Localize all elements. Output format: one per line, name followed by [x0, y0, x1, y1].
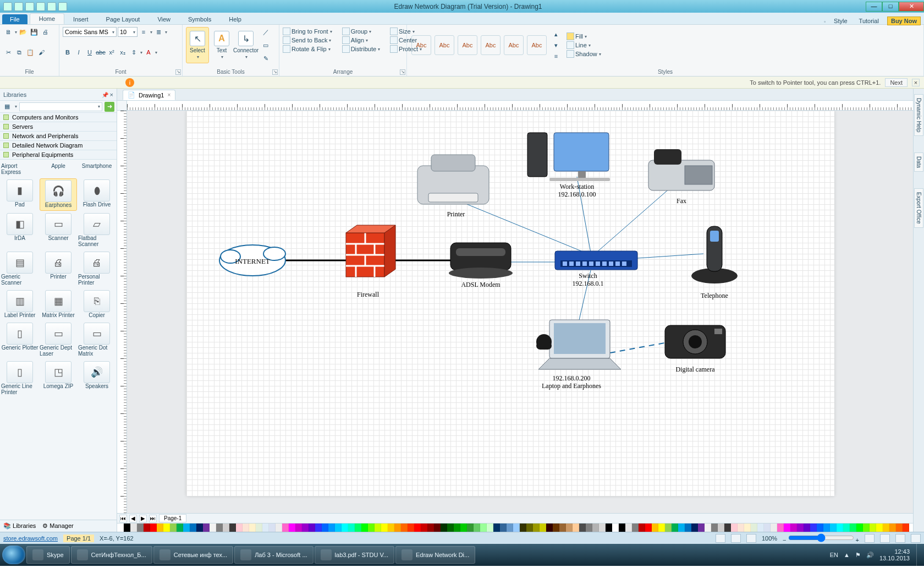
pin-icon[interactable]: 📌 [102, 92, 108, 98]
taskbar-app[interactable]: Лаб 3 - Microsoft ... [234, 546, 313, 564]
page-tab[interactable]: Page-1 [159, 514, 186, 522]
print-icon[interactable]: 🖨 [40, 27, 50, 37]
search-input[interactable]: ▾ [19, 102, 102, 111]
taskbar-app[interactable]: Skype [26, 546, 70, 564]
underline-icon[interactable]: U [85, 47, 95, 57]
minimize-button[interactable]: — [866, 2, 882, 12]
qat-icon[interactable] [36, 2, 45, 11]
close-panel-icon[interactable]: × [110, 91, 113, 98]
gallery-more-icon[interactable]: ≡ [551, 51, 561, 61]
dialog-launcher-icon[interactable]: ↘ [175, 69, 181, 75]
superscript-icon[interactable]: x² [107, 47, 117, 57]
style-preset[interactable]: Abc [435, 35, 454, 55]
shape-stencil[interactable]: ⬮Flash Drive [78, 178, 116, 211]
text-tool[interactable]: AText▾ [210, 27, 233, 63]
drawing-page[interactable]: INTERNET Firewall [186, 111, 834, 496]
page-prev-icon[interactable]: ◀ [129, 515, 137, 522]
node-modem[interactable]: ADSL Modem [449, 243, 513, 288]
select-tool[interactable]: ↖Select▾ [186, 27, 209, 63]
bold-icon[interactable]: B [63, 47, 73, 57]
tab-view[interactable]: View [148, 14, 179, 24]
color-swatch-bar[interactable] [117, 523, 913, 532]
style-preset[interactable]: Abc [458, 35, 477, 55]
view-btn[interactable] [880, 534, 890, 543]
fill-button[interactable]: Fill▾ [566, 32, 601, 41]
store-link[interactable]: store.edrawsoft.com [3, 535, 58, 542]
maximize-button[interactable]: □ [882, 2, 899, 12]
library-category[interactable]: Computers and Monitors [0, 112, 117, 122]
strike-icon[interactable]: abc [96, 47, 106, 57]
qat-icon[interactable] [47, 2, 56, 11]
font-color-icon[interactable]: A [144, 47, 153, 57]
shape-stencil[interactable]: ◳Lomega ZIP [40, 360, 77, 397]
shape-stencil[interactable]: ▥Label Printer [1, 289, 38, 320]
qat-icon[interactable] [14, 2, 23, 11]
view-btn[interactable] [865, 534, 875, 543]
file-tab[interactable]: File [2, 14, 28, 24]
align-button[interactable]: Align▾ [342, 36, 380, 45]
tab-page-layout[interactable]: Page Layout [97, 14, 149, 24]
shape-stencil[interactable]: ▯Generic Line Printer [1, 360, 38, 397]
shape-stencil[interactable]: 🖨Printer [40, 250, 77, 288]
drawing-canvas[interactable]: INTERNET Firewall [127, 111, 913, 513]
paste-icon[interactable]: 📋 [25, 47, 35, 57]
view-normal-icon[interactable] [716, 534, 725, 543]
style-preset[interactable]: Abc [481, 35, 501, 55]
dialog-launcher-icon[interactable]: ↘ [400, 69, 405, 75]
node-switch[interactable]: Switch 192.168.0.1 [555, 251, 637, 287]
group-button[interactable]: Group▾ [342, 27, 380, 36]
show-desktop-button[interactable] [916, 544, 922, 566]
view-btn[interactable] [911, 534, 921, 543]
connector-tool[interactable]: ↳Connector▾ [234, 27, 257, 63]
shape-stencil[interactable]: ▭Generic Dot Matrix [78, 321, 116, 359]
shape-stencil[interactable]: ▭Scanner [40, 212, 77, 249]
dialog-launcher-icon[interactable]: ↘ [272, 69, 278, 75]
italic-icon[interactable]: I [74, 47, 84, 57]
style-link[interactable]: ◦ Style [821, 18, 850, 24]
pencil-tool-icon[interactable]: ✎ [261, 53, 271, 63]
cut-icon[interactable]: ✂ [3, 47, 13, 57]
gallery-down-icon[interactable]: ▾ [551, 40, 561, 50]
style-preset[interactable]: Abc [411, 35, 431, 55]
line-tool-icon[interactable]: ／ [261, 27, 271, 37]
shape-stencil[interactable]: ▦Matrix Printer [40, 289, 77, 320]
network-diagram[interactable]: INTERNET Firewall [186, 111, 834, 496]
node-internet[interactable]: INTERNET [219, 245, 285, 276]
close-button[interactable]: ✕ [899, 2, 924, 12]
manager-tab[interactable]: ⚙ Manager [42, 522, 73, 530]
tab-symbols[interactable]: Symbols [179, 14, 220, 24]
library-category[interactable]: Servers [0, 122, 117, 132]
vtab-data[interactable]: Data [914, 152, 923, 172]
shape-stencil[interactable]: ▯Generic Plotter [1, 321, 38, 359]
align-left-icon[interactable]: ≡ [139, 27, 148, 37]
shape-stencil[interactable]: 🖨Personal Printer [78, 250, 116, 288]
style-preset[interactable]: Abc [504, 35, 524, 55]
view-full-icon[interactable] [731, 534, 741, 543]
shape-stencil[interactable]: ▭Generic Dept Laser [40, 321, 77, 359]
vtab-dynamic-help[interactable]: Dynamic Help [914, 94, 923, 136]
shape-stencil[interactable]: ⎘Copier [78, 289, 116, 320]
taskbar-app[interactable]: Сетевые инф тех... [153, 546, 233, 564]
library-category[interactable]: Detailed Network Diagram [0, 140, 117, 150]
qat-icon[interactable] [58, 2, 67, 11]
gallery-up-icon[interactable]: ▴ [551, 29, 561, 39]
font-name-select[interactable]: Comic Sans MS▾ [63, 27, 117, 37]
shape-stencil[interactable]: ▱Flatbad Scanner [78, 212, 116, 249]
library-category[interactable]: Peripheral Equipments [0, 150, 117, 160]
send-to-back-button[interactable]: Send to Back▾ [283, 36, 332, 45]
shape-stencil[interactable]: ▮Pad [1, 178, 38, 211]
bring-to-front-button[interactable]: Bring to Front▾ [283, 27, 332, 36]
document-tab[interactable]: 📄 Drawing1 × [123, 90, 175, 100]
view-grid-icon[interactable] [746, 534, 756, 543]
tutorial-link[interactable]: Tutorial [859, 18, 879, 24]
libraries-tab[interactable]: 📚 Libraries [3, 522, 36, 530]
taskbar-app[interactable]: lab3.pdf - STDU V... [315, 546, 394, 564]
node-workstation[interactable]: Work-station 192.168.0.100 [527, 133, 610, 198]
style-preset[interactable]: Abc [527, 35, 547, 55]
node-laptop[interactable]: 192.168.0.200 Laptop and Earphones [536, 320, 621, 390]
palette-icon[interactable]: ▦ [2, 102, 12, 112]
font-size-select[interactable]: 10▾ [118, 27, 138, 37]
qat-icon[interactable] [3, 2, 12, 11]
tray-icon[interactable]: 🔊 [866, 552, 874, 559]
shadow-button[interactable]: Shadow▾ [566, 50, 601, 58]
